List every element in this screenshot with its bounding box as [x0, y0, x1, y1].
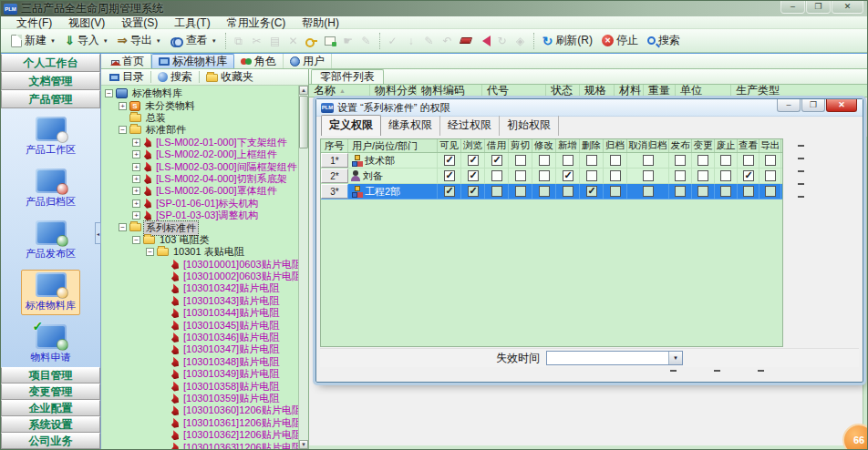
sidebar-group-3[interactable]: 产品管理	[1, 90, 100, 108]
dropdown-chevron-icon[interactable]: ▼	[212, 38, 217, 44]
permission-checkbox[interactable]	[586, 170, 597, 181]
horn-icon[interactable]	[477, 34, 491, 48]
permission-checkbox[interactable]	[698, 155, 708, 166]
explorer-button-search-globe[interactable]: 搜索	[151, 69, 199, 85]
close-button[interactable]: ✕	[832, 1, 863, 14]
menu-item-1[interactable]: 文件(F)	[8, 16, 60, 29]
permission-checkbox[interactable]	[743, 155, 754, 166]
permission-checkbox[interactable]	[468, 155, 479, 166]
dialog-close-button[interactable]: ✕	[826, 99, 857, 112]
expand-icon[interactable]: +	[132, 150, 140, 159]
permission-checkbox[interactable]	[610, 155, 621, 166]
sidebar-item-product-archive[interactable]: 产品归档区	[21, 166, 80, 211]
permission-checkbox[interactable]	[491, 155, 502, 166]
column-header-4[interactable]: 代号	[482, 85, 546, 97]
grid-header-perm-11[interactable]: 变更	[692, 139, 715, 152]
collapse-icon[interactable]: −	[146, 248, 154, 256]
sidebar-item-product-publish[interactable]: 产品发布区	[21, 218, 80, 263]
menu-item-3[interactable]: 设置(S)	[113, 16, 166, 29]
grid-header-perm-12[interactable]: 废止	[715, 139, 738, 152]
tab-roles[interactable]: 角色	[234, 54, 284, 68]
column-header-6[interactable]: 规格	[580, 85, 615, 97]
eraser-icon[interactable]	[459, 34, 473, 48]
menu-item-6[interactable]: 帮助(H)	[294, 16, 347, 29]
expand-icon[interactable]: +	[132, 211, 140, 220]
tab-parts-list[interactable]: 零部件列表	[311, 69, 384, 84]
grid-header-perm-7[interactable]: 删除	[580, 139, 604, 152]
collapse-icon[interactable]: −	[119, 223, 127, 231]
expand-icon[interactable]: +	[132, 163, 140, 171]
collapse-icon[interactable]: −	[105, 89, 113, 97]
sidebar-group-bottom-1[interactable]: 项目管理	[1, 367, 100, 384]
grid-header-perm-6[interactable]: 新增	[556, 139, 580, 152]
permission-checkbox[interactable]	[491, 170, 502, 181]
sidebar-collapse-button[interactable]: ◂	[95, 222, 101, 244]
permission-checkbox[interactable]	[515, 170, 526, 181]
expand-icon[interactable]: +	[132, 175, 140, 183]
menu-item-2[interactable]: 视图(V)	[60, 16, 113, 29]
column-header-2[interactable]: 物料分类	[370, 85, 417, 97]
column-header-1[interactable]: 名称▲	[309, 85, 370, 97]
permission-checkbox[interactable]	[563, 170, 574, 181]
sidebar-group-bottom-5[interactable]: 公司业务	[1, 433, 100, 449]
sidebar-item-material-request[interactable]: 物料申请	[26, 322, 76, 367]
permission-checkbox[interactable]	[765, 186, 776, 197]
permission-checkbox[interactable]	[720, 170, 731, 181]
tree-scrollbar[interactable]: ▲ ▼	[298, 86, 308, 449]
permission-checkbox[interactable]	[539, 155, 550, 166]
scroll-up-icon[interactable]: ▲	[299, 86, 308, 95]
dialog-minimize-button[interactable]: –	[777, 99, 801, 112]
menu-item-4[interactable]: 工具(T)	[166, 16, 218, 29]
tab-home[interactable]: 首页	[105, 54, 151, 68]
toolbar-button-search[interactable]: 搜索	[643, 32, 685, 49]
dropdown-chevron-icon[interactable]: ▼	[50, 38, 56, 44]
permission-checkbox[interactable]	[444, 155, 455, 166]
expand-icon[interactable]: +	[132, 138, 140, 147]
expand-icon[interactable]: +	[132, 199, 140, 208]
sidebar-item-standard-material-library[interactable]: 标准物料库	[21, 270, 80, 315]
dropdown-chevron-icon[interactable]: ▼	[103, 38, 108, 44]
grid-header-perm-1[interactable]: 可见	[438, 139, 461, 152]
permission-checkbox[interactable]	[675, 186, 686, 197]
sidebar-group-bottom-3[interactable]: 企业配置	[1, 400, 100, 416]
permission-checkbox[interactable]	[563, 155, 574, 166]
toolbar-button-view[interactable]: 查看▼	[166, 32, 222, 49]
grid-header-perm-4[interactable]: 剪切	[509, 139, 532, 152]
toolbar-button-refresh[interactable]: ↻刷新(R)	[538, 32, 597, 49]
tree-item-label[interactable]: [103010363]1206贴片电阻	[181, 441, 298, 449]
dialog-tab-4[interactable]: 初始权限	[500, 116, 559, 136]
permission-checkbox[interactable]	[675, 170, 686, 181]
permission-checkbox[interactable]	[539, 170, 550, 181]
grid-header-perm-14[interactable]: 导出	[760, 139, 781, 152]
permission-checkbox[interactable]	[444, 186, 455, 197]
expiry-time-combobox[interactable]: ▼	[546, 351, 683, 365]
toolbar-button-import[interactable]: ⇓导入▼	[60, 32, 113, 49]
permission-checkbox[interactable]	[515, 186, 526, 197]
permission-checkbox[interactable]	[515, 155, 526, 166]
permission-row[interactable]: 2*刘备	[321, 169, 782, 184]
permission-checkbox[interactable]	[610, 186, 621, 197]
menu-item-5[interactable]: 常用业务(C)	[219, 16, 294, 29]
expand-icon[interactable]: +	[132, 187, 140, 195]
grid-header-perm-2[interactable]: 浏览	[461, 139, 485, 152]
collapse-icon[interactable]: −	[132, 236, 140, 244]
permission-checkbox[interactable]	[491, 186, 502, 197]
grid-header-perm-5[interactable]: 修改	[532, 139, 556, 152]
column-header-3[interactable]: 物料编码	[417, 85, 482, 97]
key-icon[interactable]	[305, 34, 319, 48]
permission-checkbox[interactable]	[468, 170, 479, 181]
permission-checkbox[interactable]	[675, 155, 686, 166]
tab-users[interactable]: 用户	[284, 54, 332, 68]
dialog-maximize-button[interactable]: ❐	[801, 99, 825, 112]
permission-checkbox[interactable]	[765, 155, 776, 166]
explorer-button-catalog[interactable]: 目录	[103, 69, 150, 85]
grid-header-perm-3[interactable]: 借用	[485, 139, 509, 152]
scrollbar-thumb[interactable]	[299, 96, 308, 148]
dialog-tab-3[interactable]: 经过权限	[440, 116, 500, 136]
expand-icon[interactable]: +	[119, 102, 127, 110]
permission-checkbox[interactable]	[743, 170, 754, 181]
explorer-button-favorites[interactable]: 收藏夹	[200, 69, 260, 85]
sidebar-group-bottom-2[interactable]: 变更管理	[1, 384, 100, 400]
column-header-10[interactable]: 生产类型	[731, 85, 868, 97]
grid-header-perm-9[interactable]: 取消归档	[627, 139, 669, 152]
